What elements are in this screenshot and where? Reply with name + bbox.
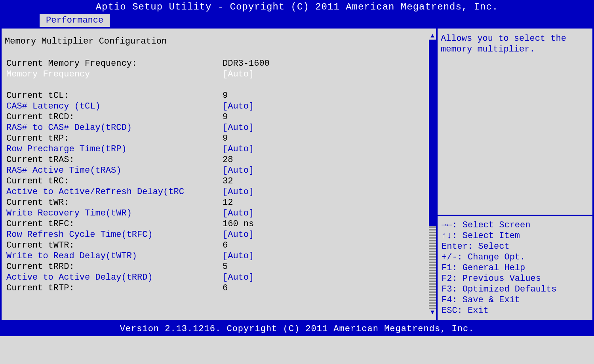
setting-row: Current tRP:9	[5, 133, 433, 144]
setting-label: Write to Read Delay(tWTR)	[5, 251, 223, 261]
key-name: Enter	[442, 242, 468, 252]
setting-value: [Auto]	[223, 101, 433, 112]
setting-value: 9	[223, 90, 433, 101]
setting-value: [Auto]	[223, 122, 433, 133]
setting-row: Current tCL:9	[5, 90, 433, 101]
key-action: General Help	[463, 263, 525, 273]
key-action: Previous Values	[463, 274, 541, 284]
setting-label: Current tRTP:	[5, 283, 223, 293]
key-name: +/-	[442, 252, 457, 262]
setting-row[interactable]: Active to Active/Refresh Delay(tRC[Auto]	[5, 187, 433, 197]
setting-value: [Auto]	[223, 272, 433, 283]
header-title: Aptio Setup Utility - Copyright (C) 2011…	[96, 2, 499, 12]
setting-label: Row Refresh Cycle Time(tRFC)	[5, 229, 223, 240]
setting-label: CAS# Latency (tCL)	[5, 101, 223, 112]
setting-value: 32	[223, 176, 433, 187]
key-binding: ↑↓: Select Item	[442, 231, 589, 241]
setting-value: [Auto]	[223, 69, 433, 80]
setting-row: Current Memory Frequency:DDR3-1600	[5, 58, 433, 69]
scrollbar-arrow-down-icon[interactable]: ▼	[429, 309, 436, 316]
setting-row[interactable]: Write Recovery Time(tWR)[Auto]	[5, 208, 433, 219]
key-name: F4	[442, 295, 452, 305]
key-action: Select Item	[463, 231, 520, 241]
key-name: F2	[442, 274, 452, 284]
key-name: →←	[442, 220, 452, 230]
scrollbar[interactable]: ▲ ▼	[429, 32, 436, 316]
setting-value: [Auto]	[223, 144, 433, 154]
setting-value: 5	[223, 261, 433, 272]
key-action: Select Screen	[463, 220, 531, 230]
setting-label: Current tRC:	[5, 176, 223, 187]
key-binding: →←: Select Screen	[442, 220, 589, 231]
bios-footer: Version 2.13.1216. Copyright (C) 2011 Am…	[0, 322, 594, 336]
setting-value: [Auto]	[223, 208, 433, 219]
setting-label: Current tCL:	[5, 90, 223, 101]
key-action: Optimized Defaults	[463, 284, 557, 294]
scrollbar-arrow-up-icon[interactable]: ▲	[429, 32, 436, 40]
setting-value: 160 ns	[223, 219, 433, 229]
setting-value: 6	[223, 283, 433, 293]
setting-label: Active to Active/Refresh Delay(tRC	[5, 187, 223, 197]
key-name: F3	[442, 284, 452, 294]
setting-row[interactable]: Row Precharge Time(tRP)[Auto]	[5, 144, 433, 154]
setting-row[interactable]: Row Refresh Cycle Time(tRFC)[Auto]	[5, 229, 433, 240]
help-text: Allows you to select the memory multipli…	[438, 29, 592, 215]
key-binding: +/-: Change Opt.	[442, 252, 589, 263]
setting-value: DDR3-1600	[223, 58, 433, 69]
scrollbar-track	[429, 226, 436, 309]
setting-label: RAS# to CAS# Delay(tRCD)	[5, 122, 223, 133]
key-binding: F1: General Help	[442, 263, 589, 273]
setting-row: Current tRCD:9	[5, 112, 433, 122]
key-action: Select	[478, 242, 509, 252]
setting-value: [Auto]	[223, 229, 433, 240]
key-binding: F3: Optimized Defaults	[442, 284, 589, 295]
setting-label: Current tRCD:	[5, 112, 223, 122]
setting-label: Current tRFC:	[5, 219, 223, 229]
setting-row[interactable]: Active to Active Delay(tRRD)[Auto]	[5, 272, 433, 283]
setting-row[interactable]: Memory Frequency[Auto]	[5, 69, 433, 80]
tab-performance[interactable]: Performance	[40, 14, 110, 27]
tab-bar: Performance	[0, 14, 594, 29]
key-binding: ESC: Exit	[442, 305, 589, 316]
help-panel: Allows you to select the memory multipli…	[436, 29, 592, 320]
scrollbar-thumb[interactable]	[429, 40, 436, 226]
bios-header: Aptio Setup Utility - Copyright (C) 2011…	[0, 0, 594, 14]
setting-row: Current tRFC:160 ns	[5, 219, 433, 229]
setting-label: Write Recovery Time(tWR)	[5, 208, 223, 219]
setting-label: Current Memory Frequency:	[5, 58, 223, 69]
setting-value: 9	[223, 133, 433, 144]
setting-row[interactable]: CAS# Latency (tCL)[Auto]	[5, 101, 433, 112]
setting-value: [Auto]	[223, 165, 433, 176]
setting-row: Current tRAS:28	[5, 154, 433, 165]
setting-label: Current tRP:	[5, 133, 223, 144]
footer-text: Version 2.13.1216. Copyright (C) 2011 Am…	[120, 324, 474, 334]
main-area: Memory Multiplier Configuration Current …	[0, 29, 594, 322]
setting-row[interactable]: Write to Read Delay(tWTR)[Auto]	[5, 251, 433, 261]
key-name: ESC	[442, 306, 457, 316]
setting-row[interactable]: RAS# to CAS# Delay(tRCD)[Auto]	[5, 122, 433, 133]
setting-row[interactable]: RAS# Active Time(tRAS)[Auto]	[5, 165, 433, 176]
setting-row: Current tWR:12	[5, 197, 433, 208]
setting-label: Memory Frequency	[5, 69, 223, 80]
key-name: ↑↓	[442, 231, 452, 241]
key-binding: F2: Previous Values	[442, 273, 589, 284]
setting-row: Current tRRD:5	[5, 261, 433, 272]
section-title: Memory Multiplier Configuration	[5, 36, 433, 46]
setting-label: Current tRAS:	[5, 154, 223, 165]
setting-value: 28	[223, 154, 433, 165]
setting-label: Active to Active Delay(tRRD)	[5, 272, 223, 283]
setting-label: RAS# Active Time(tRAS)	[5, 165, 223, 176]
key-action: Change Opt.	[468, 252, 525, 262]
setting-label: Current tWTR:	[5, 240, 223, 251]
setting-label: Current tWR:	[5, 197, 223, 208]
key-binding: Enter: Select	[442, 241, 589, 252]
spacer	[5, 80, 433, 90]
key-name: F1	[442, 263, 452, 273]
setting-value: 6	[223, 240, 433, 251]
setting-row: Current tRC:32	[5, 176, 433, 187]
setting-value: 9	[223, 112, 433, 122]
setting-row: Current tRTP:6	[5, 283, 433, 293]
key-action: Exit	[468, 306, 489, 316]
tab-label: Performance	[46, 15, 103, 25]
setting-row: Current tWTR:6	[5, 240, 433, 251]
